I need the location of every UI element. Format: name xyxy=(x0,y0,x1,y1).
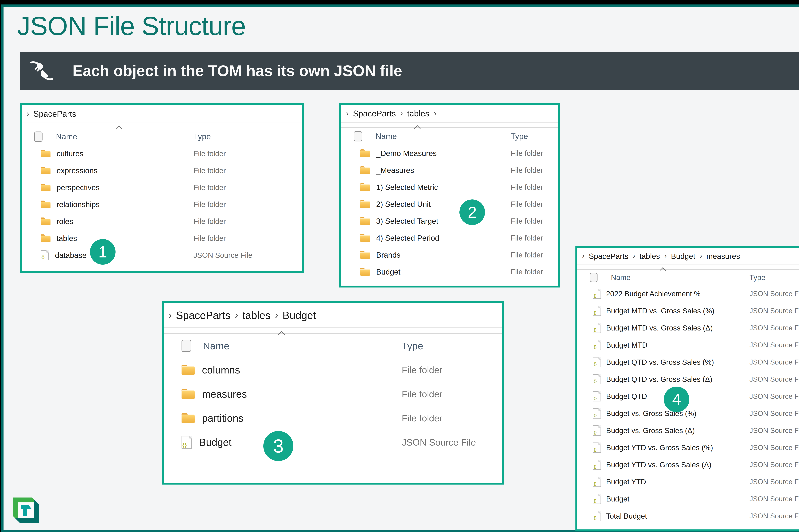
file-row[interactable]: Budget MTD JSON Source File xyxy=(577,336,799,354)
file-row[interactable]: Budget MTD vs. Gross Sales (%) JSON Sour… xyxy=(577,302,799,319)
breadcrumb-item[interactable]: ›SpaceParts xyxy=(26,109,81,119)
file-name[interactable]: Budget YTD vs. Gross Sales (Δ) xyxy=(606,460,711,469)
file-row[interactable]: Budget QTD vs. Gross Sales (Δ) JSON Sour… xyxy=(577,370,799,388)
file-row[interactable]: _Measures File folder xyxy=(341,162,558,179)
file-name[interactable]: Budget xyxy=(199,436,231,448)
column-header-type[interactable]: Type xyxy=(402,340,423,352)
select-all-checkbox[interactable] xyxy=(182,340,191,352)
file-row[interactable]: 3) Selected Target File folder xyxy=(341,212,558,229)
file-row[interactable]: 1) Selected Metric File folder xyxy=(341,179,558,196)
file-name[interactable]: 2022 Budget Achievement % xyxy=(606,289,701,298)
breadcrumb-item[interactable]: › xyxy=(434,109,445,118)
explorer-panel-tables: ›SpaceParts ›tables › Name Type _Demo Me… xyxy=(339,103,560,287)
json-file-icon xyxy=(593,425,601,436)
file-name[interactable]: Budget QTD xyxy=(606,392,647,401)
file-name[interactable]: Budget QTD vs. Gross Sales (%) xyxy=(606,358,714,366)
file-row[interactable]: Budget File folder xyxy=(341,263,558,280)
file-row[interactable]: partitions File folder xyxy=(164,406,502,430)
file-row[interactable]: Budget JSON Source File xyxy=(164,430,502,454)
file-name[interactable]: Total Budget xyxy=(606,512,647,520)
file-row[interactable]: 4) Selected Period File folder xyxy=(341,229,558,246)
file-row[interactable]: _Demo Measures File folder xyxy=(341,145,558,162)
file-row[interactable]: Budget QTD vs. Gross Sales (%) JSON Sour… xyxy=(577,354,799,370)
file-name[interactable]: cultures xyxy=(57,149,83,158)
breadcrumb-item[interactable]: ›measures xyxy=(700,251,744,261)
file-name[interactable]: 2) Selected Unit xyxy=(376,200,431,209)
file-row[interactable]: database JSON Source File xyxy=(22,247,302,264)
breadcrumb-item[interactable]: ›SpaceParts xyxy=(346,109,400,118)
column-header-type[interactable]: Type xyxy=(193,132,211,141)
column-header-name[interactable]: Name xyxy=(376,132,397,141)
file-row[interactable]: columns File folder xyxy=(164,358,502,382)
column-header-name[interactable]: Name xyxy=(203,340,229,352)
file-type: File folder xyxy=(193,200,226,209)
file-row[interactable]: expressions File folder xyxy=(22,162,302,179)
select-all-checkbox[interactable] xyxy=(34,132,42,142)
file-name[interactable]: 1) Selected Metric xyxy=(376,183,438,192)
file-name[interactable]: Budget MTD vs. Gross Sales (%) xyxy=(606,306,714,315)
file-name[interactable]: relationships xyxy=(57,200,99,209)
file-name[interactable]: _Demo Measures xyxy=(376,149,437,158)
column-divider[interactable] xyxy=(505,128,505,146)
file-row[interactable]: 2) Selected Unit File folder xyxy=(341,196,558,212)
file-name[interactable]: tables xyxy=(57,234,77,243)
breadcrumb-item[interactable]: ›tables xyxy=(633,251,664,261)
file-name[interactable]: partitions xyxy=(202,412,244,424)
file-name[interactable]: Brands xyxy=(376,251,400,259)
file-row[interactable]: Brands File folder xyxy=(341,246,558,263)
file-name[interactable]: 3) Selected Target xyxy=(376,217,438,226)
breadcrumb-item[interactable]: ›SpaceParts xyxy=(168,309,235,322)
file-row[interactable]: roles File folder xyxy=(22,213,302,230)
breadcrumb-item[interactable]: ›SpaceParts xyxy=(582,251,633,261)
column-divider[interactable] xyxy=(396,334,396,359)
column-header-type[interactable]: Type xyxy=(511,132,528,141)
file-name[interactable]: Budget vs. Gross Sales (Δ) xyxy=(606,426,695,435)
file-row[interactable]: tables File folder xyxy=(22,230,302,247)
file-row[interactable]: Budget vs. Gross Sales (Δ) JSON Source F… xyxy=(577,422,799,439)
file-name[interactable]: Budget xyxy=(376,267,400,276)
file-name[interactable]: _Measures xyxy=(376,166,414,175)
file-row[interactable]: Total Budget JSON Source File xyxy=(577,507,799,525)
file-name[interactable]: roles xyxy=(57,217,73,226)
file-row[interactable]: Budget vs. Gross Sales (%) JSON Source F… xyxy=(577,405,799,422)
file-name[interactable]: Budget MTD xyxy=(606,341,647,349)
column-header-type[interactable]: Type xyxy=(749,273,765,282)
column-header-row: Name Type xyxy=(164,334,502,358)
column-header-name[interactable]: Name xyxy=(56,132,77,141)
disconnected-plug-icon xyxy=(30,59,54,83)
file-row[interactable]: 2022 Budget Achievement % JSON Source Fi… xyxy=(577,285,799,302)
file-name[interactable]: Budget xyxy=(606,495,629,503)
file-name[interactable]: expressions xyxy=(57,166,97,175)
file-row[interactable]: perspectives File folder xyxy=(22,179,302,196)
breadcrumb-item[interactable]: ›tables xyxy=(400,109,434,118)
file-row[interactable]: relationships File folder xyxy=(22,196,302,213)
file-name[interactable]: Budget MTD vs. Gross Sales (Δ) xyxy=(606,324,713,332)
file-name[interactable]: Budget YTD xyxy=(606,477,646,486)
file-row[interactable]: Budget MTD vs. Gross Sales (Δ) JSON Sour… xyxy=(577,319,799,336)
column-divider[interactable] xyxy=(744,270,744,287)
column-header-name[interactable]: Name xyxy=(611,273,631,282)
file-name[interactable]: Budget YTD vs. Gross Sales (%) xyxy=(606,443,713,452)
file-row[interactable]: Budget YTD vs. Gross Sales (%) JSON Sour… xyxy=(577,439,799,456)
file-row[interactable]: Budget YTD JSON Source File xyxy=(577,473,799,490)
file-row[interactable]: Budget JSON Source File xyxy=(577,490,799,507)
file-name[interactable]: measures xyxy=(202,388,247,400)
file-row[interactable]: measures File folder xyxy=(164,382,502,406)
file-row[interactable]: Budget YTD vs. Gross Sales (Δ) JSON Sour… xyxy=(577,456,799,473)
file-row[interactable]: cultures File folder xyxy=(22,145,302,162)
column-divider[interactable] xyxy=(188,128,188,147)
tabular-editor-logo xyxy=(11,495,41,526)
select-all-checkbox[interactable] xyxy=(354,131,362,141)
json-file-icon xyxy=(593,306,601,316)
file-name[interactable]: database xyxy=(55,251,87,260)
file-name[interactable]: columns xyxy=(202,364,240,376)
breadcrumb-item[interactable]: ›Budget xyxy=(275,309,320,322)
file-name[interactable]: 4) Selected Period xyxy=(376,234,439,243)
file-name[interactable]: perspectives xyxy=(57,183,99,192)
json-file-icon xyxy=(593,340,601,350)
breadcrumb-item[interactable]: ›Budget xyxy=(664,251,700,261)
select-all-checkbox[interactable] xyxy=(590,273,597,282)
chevron-right-icon: › xyxy=(633,251,635,260)
breadcrumb-item[interactable]: ›tables xyxy=(235,309,275,322)
file-name[interactable]: Budget QTD vs. Gross Sales (Δ) xyxy=(606,375,712,383)
